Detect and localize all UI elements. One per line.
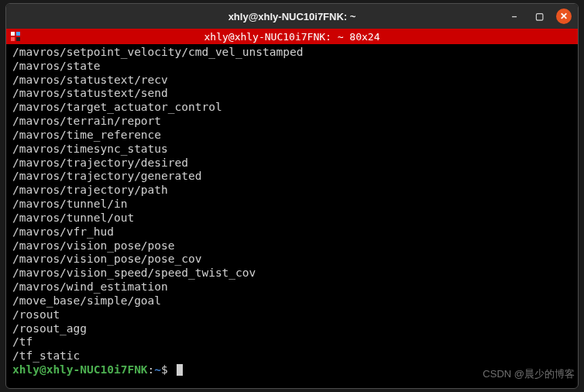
tab-bar: xhly@xhly-NUC10i7FNK: ~ 80x24 [6,29,578,44]
terminal-window: xhly@xhly-NUC10i7FNK: ~ – ▢ ✕ xhly@xhly-… [5,3,579,389]
window-controls: – ▢ ✕ [507,9,572,24]
window-title: xhly@xhly-NUC10i7FNK: ~ [228,11,356,22]
prompt-symbol: $ [161,363,174,376]
terminal-line: /mavros/timesync_status [12,143,572,156]
cursor [177,364,183,376]
terminal-line: /mavros/wind_estimation [12,280,572,294]
maximize-button[interactable]: ▢ [531,9,547,24]
svg-rect-2 [11,37,15,41]
terminal-line: /mavros/setpoint_velocity/cmd_vel_unstam… [12,46,572,60]
svg-rect-1 [16,32,20,36]
terminal-line: /tf [12,335,572,349]
svg-rect-3 [16,37,20,41]
terminal-line: /mavros/statustext/send [12,87,572,101]
terminal-line: /rosout_agg [12,322,572,336]
terminal-line: /tf_static [12,349,572,363]
terminal-line: /mavros/statustext/recv [12,74,572,88]
tab-title: xhly@xhly-NUC10i7FNK: ~ 80x24 [204,31,380,43]
terminal-line: /mavros/state [12,60,572,74]
split-icon[interactable] [9,30,22,43]
terminal-line: /mavros/trajectory/path [12,184,572,198]
terminal-line: /mavros/trajectory/desired [12,156,572,170]
terminal-line: /mavros/vision_speed/speed_twist_cov [12,266,572,280]
terminal-line: /move_base/simple/goal [12,294,572,308]
svg-rect-0 [11,32,15,36]
titlebar: xhly@xhly-NUC10i7FNK: ~ – ▢ ✕ [6,4,578,29]
terminal-line: /mavros/target_actuator_control [12,101,572,115]
terminal-line: /mavros/vfr_hud [12,225,572,239]
prompt-path: ~ [154,363,161,376]
terminal-output[interactable]: /mavros/setpoint_velocity/cmd_vel_unstam… [6,44,578,379]
terminal-line: /mavros/trajectory/generated [12,170,572,184]
close-button[interactable]: ✕ [556,9,572,24]
terminal-line: /mavros/terrain/report [12,115,572,129]
terminal-line: /rosout [12,308,572,322]
terminal-line: /mavros/tunnel/out [12,211,572,225]
terminal-line: /mavros/tunnel/in [12,198,572,211]
terminal-line: /mavros/vision_pose/pose_cov [12,253,572,266]
minimize-button[interactable]: – [507,9,522,24]
terminal-line: /mavros/time_reference [12,129,572,143]
prompt-user-host: xhly@xhly-NUC10i7FNK [12,363,148,376]
terminal-line: /mavros/vision_pose/pose [12,239,572,253]
prompt-line[interactable]: xhly@xhly-NUC10i7FNK:~$ [12,363,572,377]
